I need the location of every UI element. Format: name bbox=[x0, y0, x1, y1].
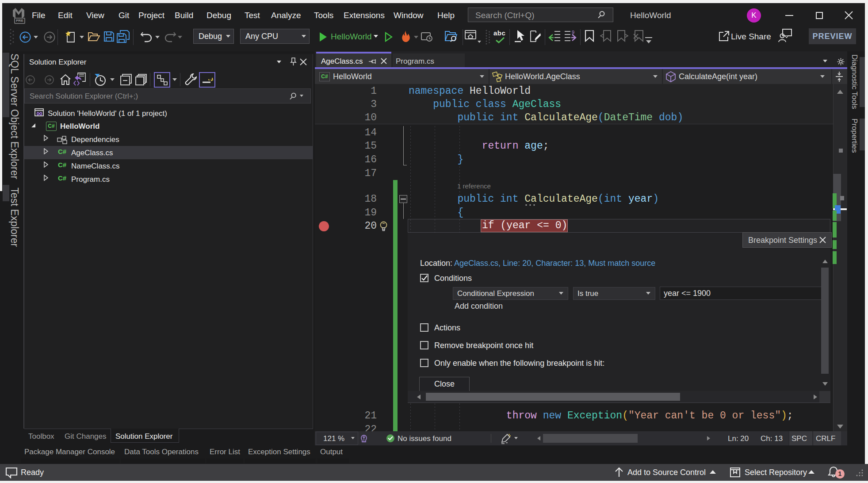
svg-text:9: 9 bbox=[572, 30, 574, 35]
